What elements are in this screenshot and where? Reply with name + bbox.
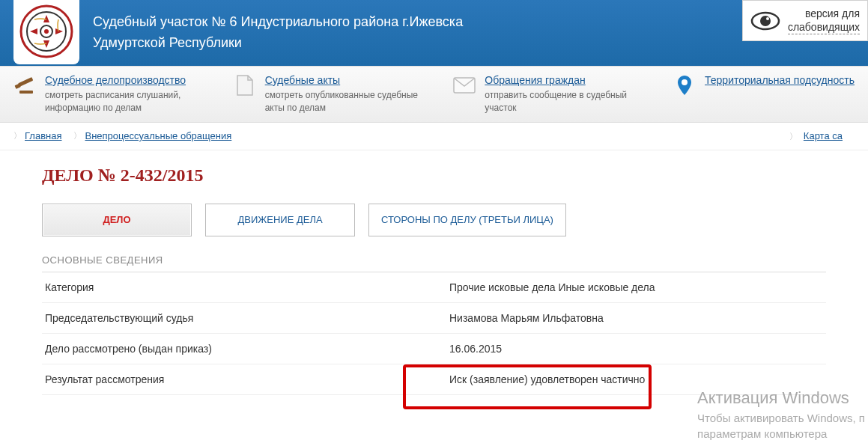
pin-icon bbox=[673, 74, 696, 97]
table-row: Председательствующий судья Низамова Марь… bbox=[42, 302, 826, 333]
accessibility-toggle[interactable]: версия для слабовидящих bbox=[742, 0, 868, 41]
svg-rect-7 bbox=[18, 77, 33, 87]
svg-rect-9 bbox=[19, 91, 33, 94]
nav-link-acts[interactable]: Судебные акты bbox=[265, 74, 340, 86]
svg-point-5 bbox=[760, 16, 771, 26]
nav-item-appeals[interactable]: Обращения граждан отправить сообщение в … bbox=[453, 74, 651, 114]
site-emblem bbox=[13, 0, 79, 64]
site-header: Судебный участок № 6 Индустриального рай… bbox=[0, 0, 868, 66]
main-navbar: Судебное делопроизводство смотреть распи… bbox=[0, 66, 868, 123]
nav-link-appeals[interactable]: Обращения граждан bbox=[485, 74, 585, 86]
tab-parties[interactable]: СТОРОНЫ ПО ДЕЛУ (ТРЕТЬИ ЛИЦА) bbox=[368, 204, 566, 236]
windows-watermark: Активация Windows Чтобы активировать Win… bbox=[697, 387, 865, 410]
row-value: Низамова Марьям Ильфатовна bbox=[446, 302, 826, 333]
site-title-line2: Удмуртской Республики bbox=[93, 33, 855, 54]
tab-case[interactable]: ДЕЛО bbox=[42, 204, 192, 236]
row-label: Дело рассмотрено (выдан приказ) bbox=[42, 333, 446, 364]
chevron-right-icon: 〉 bbox=[789, 132, 798, 141]
nav-item-cases[interactable]: Судебное делопроизводство смотреть распи… bbox=[13, 74, 211, 114]
case-tabs: ДЕЛО ДВИЖЕНИЕ ДЕЛА СТОРОНЫ ПО ДЕЛУ (ТРЕТ… bbox=[42, 204, 826, 236]
case-title: ДЕЛО № 2-432/2015 bbox=[42, 165, 826, 186]
nav-desc-acts: смотреть опубликованные судебные акты по… bbox=[265, 89, 431, 114]
row-label: Категория bbox=[42, 272, 446, 303]
breadcrumb-appeals[interactable]: Внепроцессуальные обращения bbox=[85, 130, 231, 141]
nav-link-cases[interactable]: Судебное делопроизводство bbox=[45, 74, 186, 86]
chevron-right-icon: 〉 bbox=[13, 130, 22, 141]
svg-point-11 bbox=[682, 79, 688, 85]
row-value: 16.06.2015 bbox=[446, 333, 826, 364]
envelope-icon bbox=[453, 74, 476, 97]
row-label: Председательствующий судья bbox=[42, 302, 446, 333]
emblem-icon bbox=[19, 4, 73, 58]
nav-item-acts[interactable]: Судебные акты смотреть опубликованные су… bbox=[234, 74, 431, 114]
row-label: Результат рассмотрения bbox=[42, 364, 446, 394]
document-icon bbox=[234, 74, 256, 97]
breadcrumb-home[interactable]: Главная bbox=[25, 130, 61, 141]
svg-point-3 bbox=[44, 29, 49, 34]
nav-desc-appeals: отправить сообщение в судебный участок bbox=[485, 89, 651, 114]
nav-item-jurisdiction[interactable]: Территориальная подсудность bbox=[673, 74, 855, 114]
gavel-icon bbox=[13, 74, 36, 97]
accessibility-label: версия для слабовидящих bbox=[788, 7, 860, 34]
site-title: Судебный участок № 6 Индустриального рай… bbox=[93, 12, 855, 54]
row-value: Прочие исковые дела Иные исковые дела bbox=[446, 272, 826, 303]
breadcrumb: 〉 Главная 〉 Внепроцессуальные обращения … bbox=[0, 123, 868, 150]
table-row: Дело рассмотрено (выдан приказ) 16.06.20… bbox=[42, 333, 826, 364]
breadcrumb-sitemap[interactable]: Карта са bbox=[804, 130, 843, 141]
case-content: ДЕЛО № 2-432/2015 ДЕЛО ДВИЖЕНИЕ ДЕЛА СТО… bbox=[0, 150, 868, 410]
svg-point-6 bbox=[766, 17, 769, 20]
eye-icon bbox=[750, 11, 780, 31]
table-row: Категория Прочие исковые дела Иные исков… bbox=[42, 272, 826, 303]
section-title: ОСНОВНЫЕ СВЕДЕНИЯ bbox=[42, 254, 826, 272]
watermark-title: Активация Windows bbox=[697, 387, 865, 410]
site-title-line1: Судебный участок № 6 Индустриального рай… bbox=[93, 12, 855, 33]
tab-movement[interactable]: ДВИЖЕНИЕ ДЕЛА bbox=[205, 204, 355, 236]
chevron-right-icon: 〉 bbox=[73, 130, 82, 141]
nav-desc-cases: смотреть расписания слушаний, информацию… bbox=[45, 89, 211, 114]
case-info-table: Категория Прочие исковые дела Иные исков… bbox=[42, 272, 826, 395]
nav-link-jurisdiction[interactable]: Территориальная подсудность bbox=[705, 74, 855, 86]
